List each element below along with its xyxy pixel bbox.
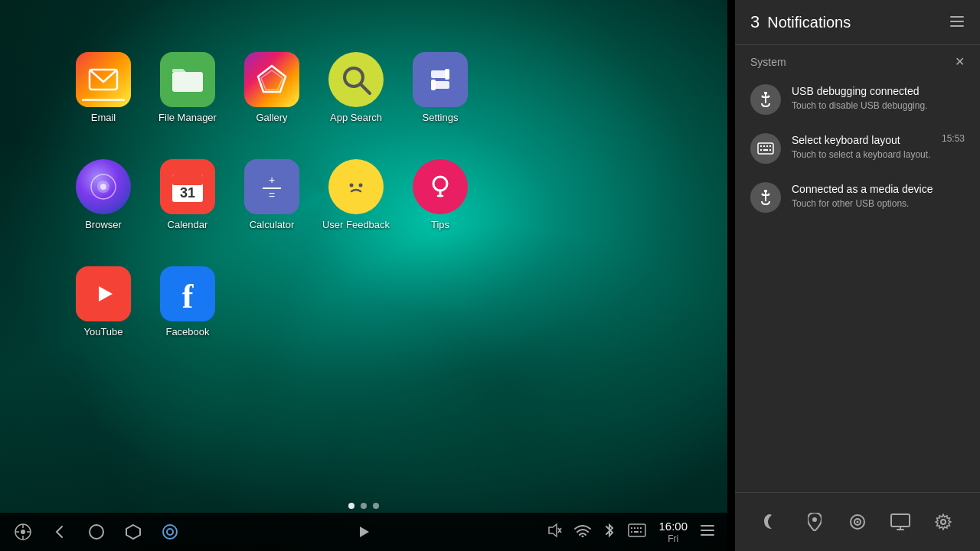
svg-rect-9 [431, 80, 436, 90]
page-dot-3[interactable] [373, 503, 379, 509]
notification-menu-button[interactable] [949, 14, 965, 31]
svg-point-59 [762, 96, 764, 98]
svg-rect-6 [431, 70, 449, 78]
svg-rect-1 [172, 72, 203, 92]
bluetooth-icon[interactable] [603, 522, 616, 542]
svg-rect-64 [763, 145, 765, 147]
notification-subtitle-usb-debugging: Touch to disable USB debugging. [792, 100, 965, 112]
svg-rect-47 [640, 527, 642, 529]
svg-rect-62 [758, 143, 773, 154]
location-toggle[interactable] [801, 508, 828, 536]
tips-icon [413, 159, 468, 214]
svg-rect-13 [172, 174, 203, 202]
taskbar-left [12, 521, 181, 543]
svg-text:=: = [269, 189, 275, 201]
svg-point-77 [854, 519, 861, 525]
page-dot-2[interactable] [361, 503, 367, 509]
page-dots [0, 503, 727, 509]
svg-point-42 [582, 535, 584, 537]
focus-toggle[interactable] [844, 508, 871, 536]
app-icon-calendar[interactable]: 31 Calendar [145, 153, 230, 260]
app-icon-settings[interactable]: Settings [398, 46, 482, 153]
play-button[interactable] [353, 521, 374, 543]
svg-rect-66 [760, 149, 762, 151]
app-icon-browser[interactable]: Browser [61, 153, 145, 260]
app-label-facebook: Facebook [165, 326, 209, 337]
night-mode-toggle[interactable] [758, 508, 786, 536]
app-icon-gallery[interactable]: Gallery [230, 46, 314, 153]
email-icon [76, 52, 131, 107]
svg-rect-43 [629, 524, 645, 536]
launcher-button[interactable] [12, 521, 34, 543]
notification-content-keyboard: Select keyboard layout Touch to select a… [792, 133, 931, 161]
app-label-appsearch: App Search [330, 112, 382, 123]
back-button[interactable] [49, 521, 70, 543]
page-dot-1[interactable] [348, 503, 354, 509]
time-display: 16:00 Fri [658, 520, 688, 544]
app-icon-calculator[interactable]: + = Calculator [230, 153, 314, 260]
svg-rect-69 [769, 145, 771, 147]
svg-point-19 [344, 174, 368, 199]
wifi-icon[interactable] [574, 523, 591, 540]
browser-taskbar-button[interactable] [159, 521, 181, 543]
svg-rect-8 [445, 69, 449, 80]
notification-time-keyboard: 15:53 [942, 133, 965, 144]
calendar-icon: 31 [160, 159, 215, 214]
svg-rect-74 [764, 190, 767, 192]
app-icon-appsearch[interactable]: App Search [314, 46, 398, 153]
svg-point-34 [90, 525, 103, 539]
app-icon-filemanager[interactable]: File Manager [145, 46, 230, 153]
app-label-tips: Tips [431, 219, 449, 230]
taskbar: 16:00 Fri [0, 513, 727, 551]
home-button[interactable] [86, 521, 107, 543]
app-icon-email[interactable]: Email [61, 46, 145, 153]
notification-title-media: Connected as a media device [792, 182, 965, 196]
gallery-icon [244, 52, 299, 107]
svg-text:31: 31 [180, 185, 195, 201]
svg-rect-25 [87, 282, 120, 306]
app-label-youtube: YouTube [83, 326, 122, 337]
svg-text:f: f [182, 278, 194, 311]
keyboard-icon[interactable] [628, 523, 646, 540]
notification-usb-debugging[interactable]: USB debugging connected Touch to disable… [735, 75, 980, 124]
svg-point-21 [359, 184, 363, 187]
taskbar-menu-icon[interactable] [700, 524, 715, 540]
svg-point-82 [941, 520, 946, 524]
svg-rect-67 [763, 149, 768, 151]
app-grid: Email File Manager Gallery App Search [61, 46, 482, 367]
filemanager-icon [160, 52, 215, 107]
apps-button[interactable] [122, 521, 144, 543]
app-label-settings: Settings [423, 112, 459, 123]
close-all-button[interactable]: ✕ [955, 54, 965, 69]
system-label: System [750, 56, 786, 68]
svg-point-37 [167, 529, 173, 535]
svg-point-20 [350, 184, 354, 187]
screen-toggle[interactable] [887, 508, 914, 536]
svg-rect-44 [631, 527, 632, 529]
app-icon-youtube[interactable]: YouTube [61, 260, 145, 367]
app-icon-tips[interactable]: Tips [398, 153, 482, 260]
volume-icon[interactable] [547, 523, 562, 541]
notification-subtitle-media: Touch for other USB options. [792, 198, 965, 210]
svg-point-36 [163, 525, 177, 539]
feedback-icon [328, 159, 384, 214]
app-label-calendar: Calendar [168, 219, 208, 230]
app-icon-feedback[interactable]: User Feedback [314, 153, 398, 260]
notification-content-usb-debugging: USB debugging connected Touch to disable… [792, 84, 965, 112]
app-icon-facebook[interactable]: f Facebook [145, 260, 230, 367]
svg-point-76 [851, 515, 864, 529]
notification-media-device[interactable]: Connected as a media device Touch for ot… [735, 173, 980, 222]
svg-marker-39 [549, 524, 557, 536]
facebook-icon: f [160, 266, 215, 321]
settings-quick-toggle[interactable] [929, 508, 957, 536]
notification-keyboard-layout[interactable]: Select keyboard layout Touch to select a… [735, 124, 980, 173]
svg-point-12 [100, 184, 106, 190]
notification-panel: 3 Notifications System ✕ [735, 0, 980, 551]
svg-point-73 [768, 194, 770, 196]
svg-point-60 [768, 96, 770, 98]
svg-marker-2 [258, 66, 286, 92]
svg-text:+: + [269, 174, 275, 186]
calculator-icon: + = [244, 159, 299, 214]
app-label-browser: Browser [85, 219, 122, 230]
svg-rect-63 [760, 145, 762, 147]
